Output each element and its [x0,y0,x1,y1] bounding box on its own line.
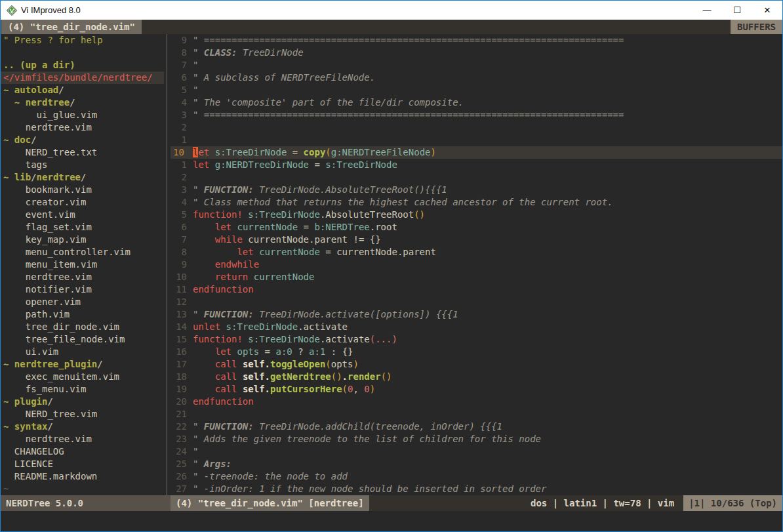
code-line[interactable]: 6 let currentNode = b:NERDTree.root [171,221,782,234]
code-line[interactable]: 18 call self.getNerdtree().render() [171,371,782,383]
code-line[interactable]: 27" -inOrder: 1 if the new node should b… [171,483,782,495]
tree-item[interactable]: " Press ? for help [3,34,164,47]
code-line[interactable]: 7" [171,59,782,72]
code-line[interactable]: 9 endwhile [171,258,782,271]
line-number: 15 [171,333,193,346]
code-line[interactable]: 15function! s:TreeDirNode.activate(...) [171,333,782,346]
code-line[interactable]: 22" FUNCTION: TreeDirNode.addChild(treen… [171,420,782,433]
code-line[interactable]: 1 [171,134,782,146]
code-segment: menu_controller.vim [3,247,130,257]
tree-item[interactable]: menu_controller.vim [3,246,164,258]
tree-item[interactable]: notifier.vim [3,283,164,296]
tree-item[interactable]: ~ doc/ [3,134,164,146]
code-line[interactable]: 6" A subclass of NERDTreeFileNode. [171,72,782,84]
code-segment: TreeDirNode.activate([options]) {{{1 [259,309,458,319]
code-line[interactable]: 19 call self.putCursorHere(0, 0) [171,383,782,396]
code-line[interactable]: 17 call self.toggleOpen(opts) [171,358,782,371]
maximize-button[interactable]: ☐ [722,1,752,20]
code-line[interactable]: 20endfunction [171,396,782,408]
line-number: 4 [171,96,193,109]
code-line[interactable]: 25" Args: [171,458,782,470]
code-line[interactable]: 8 let currentNode = currentNode.parent [171,246,782,258]
code-line[interactable]: 12 [171,296,782,308]
code-line[interactable]: 2 [171,171,782,184]
code-line[interactable]: 13" FUNCTION: TreeDirNode.activate([opti… [171,308,782,321]
tree-item[interactable] [3,47,164,59]
tree-item[interactable]: tree_dir_node.vim [3,321,164,333]
command-line[interactable] [1,511,782,531]
tree-item[interactable]: ~ plugin/ [3,396,164,408]
code-line[interactable]: 24" [171,445,782,458]
code-line[interactable]: 4" Class method that returns the highest… [171,196,782,209]
tree-item[interactable]: opener.vim [3,296,164,308]
tree-item[interactable]: ui.vim [3,346,164,358]
tree-item[interactable]: ~ syntax/ [3,420,164,433]
tree-item[interactable]: LICENCE [3,458,164,470]
code-segment [193,346,215,357]
tree-item[interactable]: key_map.vim [3,234,164,246]
code-line[interactable]: 11endfunction [171,283,782,296]
code-segment: s:TreeDirNode [325,159,397,170]
code-line[interactable]: 5" [171,84,782,96]
minimize-button[interactable]: — [692,1,722,20]
code-text: " ======================================… [193,109,782,121]
code-line[interactable]: 10 return currentNode [171,271,782,283]
code-segment: " [193,184,204,195]
code-line[interactable]: 8" CLASS: TreeDirNode [171,47,782,59]
code-line[interactable]: 1let g:NERDTreeDirNode = s:TreeDirNode [171,159,782,171]
close-button[interactable]: ✕ [752,1,782,20]
code-line[interactable]: 3" =====================================… [171,109,782,121]
tree-item[interactable]: event.vim [3,209,164,221]
code-segment: " [193,446,198,457]
tree-item[interactable]: menu_item.vim [3,258,164,271]
code-line[interactable]: 4" The 'composite' part of the file/dir … [171,96,782,109]
tree-item[interactable]: bookmark.vim [3,184,164,196]
tree-item[interactable]: .. (up a dir) [3,59,164,72]
tree-item[interactable]: fs_menu.vim [3,383,164,396]
code-line[interactable]: 10let s:TreeDirNode = copy(g:NERDTreeFil… [171,146,782,159]
code-line[interactable]: 9" =====================================… [171,34,782,47]
code-line[interactable]: 14unlet s:TreeDirNode.activate [171,321,782,333]
code-text: " A subclass of NERDTreeFileNode. [193,72,782,84]
tree-item[interactable]: path.vim [3,308,164,321]
tree-item[interactable]: ~ autoload/ [3,84,164,96]
code-segment [237,371,242,382]
code-line[interactable]: 23" Adds the given treenode to the list … [171,433,782,445]
code-text: let currentNode = currentNode.parent [193,246,782,258]
tree-item[interactable]: ~ nerdtree_plugin/ [3,358,164,371]
tree-item[interactable]: ~ lib/nerdtree/ [3,171,164,184]
tab-current[interactable]: (4) "tree_dir_node.vim" [1,20,142,34]
code-line[interactable]: 16 let opts = a:0 ? a:1 : {} [171,346,782,358]
code-segment: notifier.vim [3,284,92,295]
code-line[interactable]: 3" FUNCTION: TreeDirNode.AbsoluteTreeRoo… [171,184,782,196]
tree-item[interactable]: </vimfiles/bundle/nerdtree/ [1,72,164,84]
code-line[interactable]: 21 [171,408,782,420]
tree-item[interactable]: NERD_tree.txt [3,146,164,159]
code-segment: " Adds the given treenode to the list of… [193,434,541,444]
code-segment: (...) [370,334,397,344]
code-segment: " ======================================… [193,35,624,45]
tree-item[interactable]: NERD_tree.vim [3,408,164,420]
tree-item[interactable]: ui_glue.vim [3,109,164,121]
code-line[interactable]: 5function! s:TreeDirNode.AbsoluteTreeRoo… [171,209,782,221]
code-line[interactable]: 26" -treenode: the node to add [171,470,782,483]
code-segment [220,321,226,332]
code-line[interactable]: 2 [171,121,782,134]
line-number: 2 [171,121,193,134]
tree-item[interactable]: ~ nerdtree/ [3,96,164,109]
tree-item[interactable]: nerdtree.vim [3,433,164,445]
tree-item[interactable]: nerdtree.vim [3,121,164,134]
tree-item[interactable]: README.markdown [3,470,164,483]
tree-item[interactable]: exec_menuitem.vim [3,371,164,383]
code-segment: / [47,421,52,432]
code-line[interactable]: 7 while currentNode.parent != {} [171,234,782,246]
split-separator[interactable] [164,34,171,495]
code-text: " -inOrder: 1 if the new node should be … [193,483,782,495]
tree-item[interactable]: flag_set.vim [3,221,164,234]
tree-item[interactable]: ~ [3,483,164,495]
tree-item[interactable]: CHANGELOG [3,445,164,458]
tree-item[interactable]: tags [3,159,164,171]
tree-item[interactable]: nerdtree.vim [3,271,164,283]
tree-item[interactable]: tree_file_node.vim [3,333,164,346]
tree-item[interactable]: creator.vim [3,196,164,209]
